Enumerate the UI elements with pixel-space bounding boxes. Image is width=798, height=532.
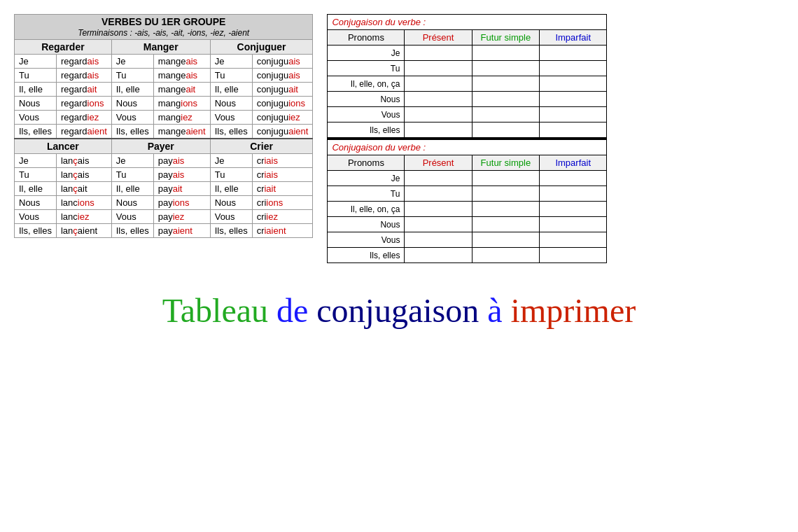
table-row: Tu lançais Tu payais Tu criais [15, 168, 313, 182]
table-row: Vous regardiez Vous mangiez Vous conjugu… [15, 111, 313, 125]
verb-header-manger: Manger [111, 40, 210, 55]
table-row: Il, elle lançait Il, elle payait Il, ell… [15, 182, 313, 196]
conjugation-table-1: Conjugaison du verbe : Pronoms Présent F… [327, 14, 607, 138]
table-row: Ils, elles lançaient Ils, elles payaient… [15, 224, 313, 238]
conj-row: Tu [328, 61, 607, 76]
main-container: VERBES DU 1ER GROUPE Terminaisons : -ais… [14, 14, 784, 263]
bottom-word-tableau: Tableau [162, 292, 268, 329]
header-futur-1: Futur simple [472, 30, 539, 46]
verb-header-crier: Crier [210, 139, 313, 154]
table-row: Nous lancions Nous payions Nous criions [15, 196, 313, 210]
verb-header-payer: Payer [111, 139, 210, 154]
conjugation-table-2: Conjugaison du verbe : Pronoms Présent F… [327, 138, 607, 263]
header-pronoms-1: Pronoms [328, 30, 405, 46]
conj-title-row-1: Conjugaison du verbe : [328, 15, 607, 30]
table-row: Je regardais Je mangeais Je conjuguais [15, 55, 313, 69]
conj-header-row-2: Pronoms Présent Futur simple Imparfait [328, 155, 607, 171]
bottom-word-a: à [487, 292, 502, 329]
bottom-word-conjugaison: conjugaison [316, 292, 479, 329]
conj-row: Vous [328, 107, 607, 122]
table-row: Nous regardions Nous mangions Nous conju… [15, 97, 313, 111]
conj-row: Ils, elles [328, 248, 607, 263]
header-futur-2: Futur simple [472, 155, 539, 171]
header-imparfait-1: Imparfait [540, 30, 607, 46]
table-row: Ils, elles regardaient Ils, elles mangea… [15, 125, 313, 139]
verb-header-conjuguer: Conjuguer [210, 40, 313, 55]
terminaisons: Terminaisons : -ais, -ais, -ait, -ions, … [78, 28, 249, 38]
bottom-word-imprimer: imprimer [511, 292, 636, 329]
conj-title-row-2: Conjugaison du verbe : [328, 139, 607, 155]
header-imparfait-2: Imparfait [540, 155, 607, 171]
conj-title-2: Conjugaison du verbe : [328, 139, 607, 155]
verb-header-regarder: Regarder [15, 40, 112, 55]
table-row: Tu regardais Tu mangeais Tu conjuguais [15, 69, 313, 83]
bottom-text: Tableau de conjugaison à imprimer [14, 291, 784, 330]
table-row: Je lançais Je payais Je criais [15, 154, 313, 168]
conj-row: Il, elle, on, ça [328, 202, 607, 217]
bottom-word-de: de [276, 292, 308, 329]
right-tables: Conjugaison du verbe : Pronoms Présent F… [327, 14, 607, 263]
conj-row: Il, elle, on, ça [328, 76, 607, 92]
header-pronoms-2: Pronoms [328, 155, 405, 171]
conj-row: Nous [328, 217, 607, 232]
table-row: Il, elle regardait Il, elle mangeait Il,… [15, 83, 313, 97]
table-title: VERBES DU 1ER GROUPE [19, 16, 308, 27]
verb-header-lancer: Lancer [15, 139, 112, 154]
header-present-1: Présent [405, 30, 472, 46]
conj-title-1: Conjugaison du verbe : [328, 15, 607, 30]
verbs-table: VERBES DU 1ER GROUPE Terminaisons : -ais… [14, 14, 313, 238]
header-present-2: Présent [405, 155, 472, 171]
conj-row: Vous [328, 232, 607, 248]
conj-row: Je [328, 171, 607, 186]
conj-header-row-1: Pronoms Présent Futur simple Imparfait [328, 30, 607, 46]
conj-row: Nous [328, 92, 607, 107]
table-row: Vous lanciez Vous payiez Vous criiez [15, 210, 313, 224]
conj-row: Tu [328, 186, 607, 202]
conj-row: Je [328, 46, 607, 61]
left-table-wrapper: VERBES DU 1ER GROUPE Terminaisons : -ais… [14, 14, 313, 238]
conj-row: Ils, elles [328, 122, 607, 138]
